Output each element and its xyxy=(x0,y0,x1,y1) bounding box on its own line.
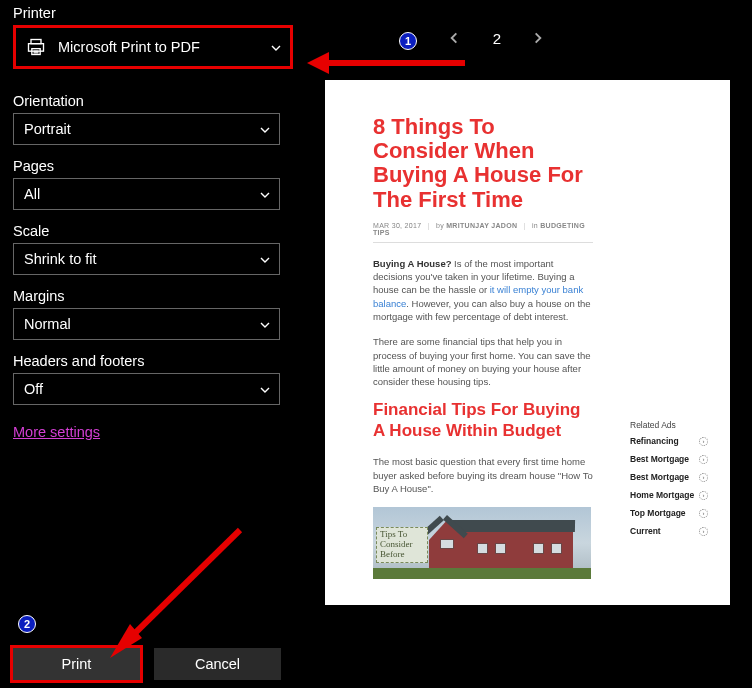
ad-arrow-icon: › xyxy=(699,437,708,446)
article-body: 8 Things To Consider When Buying A House… xyxy=(373,115,593,579)
image-caption: Tips To Consider Before xyxy=(376,527,428,563)
article-para-3: The most basic question that every first… xyxy=(373,455,593,495)
page-number: 2 xyxy=(493,30,501,47)
svg-line-5 xyxy=(128,530,240,640)
next-page-button[interactable] xyxy=(531,31,547,47)
print-button[interactable]: Print xyxy=(13,648,140,680)
related-ads: Related Ads Refinancing› Best Mortgage› … xyxy=(630,420,708,544)
ads-title: Related Ads xyxy=(630,420,708,430)
article-subhead: Financial Tips For Buying A House Within… xyxy=(373,400,593,441)
orientation-select[interactable]: Portrait xyxy=(13,113,280,145)
action-buttons: Print Cancel xyxy=(13,648,281,680)
headers-label: Headers and footers xyxy=(13,353,293,369)
ad-item: Current› xyxy=(630,526,708,536)
printer-value: Microsoft Print to PDF xyxy=(58,39,200,55)
scale-value: Shrink to fit xyxy=(24,251,97,267)
printer-select[interactable]: Microsoft Print to PDF xyxy=(13,25,293,69)
scale-label: Scale xyxy=(13,223,293,239)
article-title: 8 Things To Consider When Buying A House… xyxy=(373,115,593,212)
preview-pagination: 2 xyxy=(397,30,597,47)
ad-arrow-icon: › xyxy=(699,527,708,536)
pages-label: Pages xyxy=(13,158,293,174)
meta-author: MRITUNJAY JADON xyxy=(446,222,517,229)
pages-section: Pages All xyxy=(13,158,293,210)
scale-section: Scale Shrink to fit xyxy=(13,223,293,275)
scale-select[interactable]: Shrink to fit xyxy=(13,243,280,275)
headers-select[interactable]: Off xyxy=(13,373,280,405)
article-image: Tips To Consider Before xyxy=(373,507,591,579)
svg-rect-1 xyxy=(29,44,44,52)
pages-select[interactable]: All xyxy=(13,178,280,210)
print-settings-panel: Printer Microsoft Print to PDF Orientati… xyxy=(13,5,293,454)
ad-item: Best Mortgage› xyxy=(630,454,708,464)
margins-value: Normal xyxy=(24,316,71,332)
chevron-down-icon xyxy=(259,124,269,134)
margins-section: Margins Normal xyxy=(13,288,293,340)
article-para-2: There are some financial tips that help … xyxy=(373,335,593,388)
headers-value: Off xyxy=(24,381,43,397)
orientation-section: Orientation Portrait xyxy=(13,93,293,145)
orientation-label: Orientation xyxy=(13,93,293,109)
headers-section: Headers and footers Off xyxy=(13,353,293,405)
chevron-down-icon xyxy=(270,42,280,52)
ad-item: Top Mortgage› xyxy=(630,508,708,518)
chevron-down-icon xyxy=(259,319,269,329)
page-preview: 8 Things To Consider When Buying A House… xyxy=(325,80,730,605)
pages-value: All xyxy=(24,186,40,202)
printer-icon xyxy=(26,37,46,57)
annotation-arrow-1 xyxy=(307,54,465,74)
annotation-badge-2: 2 xyxy=(18,615,36,633)
ad-arrow-icon: › xyxy=(699,455,708,464)
ad-arrow-icon: › xyxy=(699,473,708,482)
printer-label: Printer xyxy=(13,5,293,21)
more-settings-link[interactable]: More settings xyxy=(13,424,100,440)
ad-item: Refinancing› xyxy=(630,436,708,446)
article-para-1: Buying A House? Is of the most important… xyxy=(373,257,593,323)
meta-date: MAR 30, 2017 xyxy=(373,222,421,229)
ad-arrow-icon: › xyxy=(699,491,708,500)
chevron-down-icon xyxy=(259,384,269,394)
ad-item: Best Mortgage› xyxy=(630,472,708,482)
ad-arrow-icon: › xyxy=(699,509,708,518)
chevron-down-icon xyxy=(259,189,269,199)
more-settings-section: More settings xyxy=(13,423,293,441)
chevron-down-icon xyxy=(259,254,269,264)
printer-section: Printer Microsoft Print to PDF xyxy=(13,5,293,69)
prev-page-button[interactable] xyxy=(447,31,463,47)
article-meta: MAR 30, 2017 | by MRITUNJAY JADON | in B… xyxy=(373,222,593,243)
ad-item: Home Mortgage› xyxy=(630,490,708,500)
margins-label: Margins xyxy=(13,288,293,304)
cancel-button[interactable]: Cancel xyxy=(154,648,281,680)
orientation-value: Portrait xyxy=(24,121,71,137)
margins-select[interactable]: Normal xyxy=(13,308,280,340)
annotation-arrow-2 xyxy=(100,520,260,660)
